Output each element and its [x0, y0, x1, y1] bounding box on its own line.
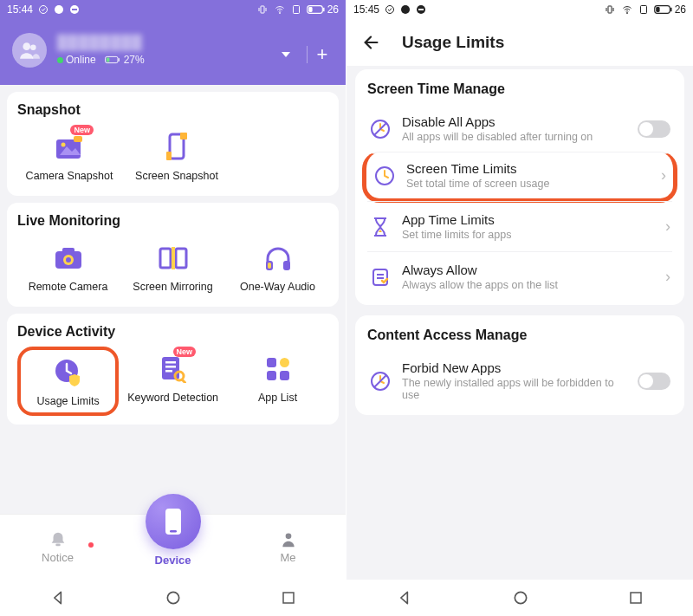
tile-label: Usage Limits — [36, 395, 99, 407]
svg-point-54 — [626, 13, 627, 14]
svg-rect-53 — [608, 6, 612, 13]
svg-rect-18 — [74, 136, 82, 142]
item-subtitle: The newly installed apps will be forbidd… — [402, 377, 627, 401]
svg-rect-8 — [323, 8, 324, 11]
nav-home-icon[interactable] — [512, 589, 529, 606]
avatar[interactable] — [12, 33, 47, 68]
tile-label: App List — [258, 392, 297, 404]
status-bar: 15:45 26 — [346, 0, 693, 19]
tile-remote-camera[interactable]: Remote Camera — [17, 236, 119, 298]
mirror-icon — [156, 241, 191, 276]
tab-label: Me — [280, 551, 295, 564]
svg-rect-45 — [170, 530, 177, 533]
svg-rect-30 — [283, 261, 290, 270]
vibrate-icon — [604, 4, 616, 15]
nav-recent-icon[interactable] — [628, 590, 644, 606]
item-subtitle: Always allow the apps on the list — [402, 279, 651, 291]
svg-point-17 — [62, 143, 66, 147]
group-content-access-manage: Content Access Manage Forbid New Apps Th… — [355, 315, 684, 415]
svg-point-47 — [168, 592, 179, 603]
screencap-icon — [159, 130, 194, 165]
svg-rect-9 — [308, 7, 312, 12]
battery-icon: 26 — [654, 3, 686, 16]
svg-rect-58 — [656, 7, 659, 12]
group-heading: Content Access Manage — [367, 327, 672, 343]
item-subtitle: Set time limits for apps — [402, 229, 651, 241]
android-nav-bar — [0, 580, 346, 616]
chevron-right-icon: › — [665, 268, 670, 286]
svg-rect-34 — [165, 361, 176, 364]
nav-recent-icon[interactable] — [281, 590, 296, 606]
clock-icon — [373, 165, 396, 187]
person-icon — [280, 530, 297, 549]
section-title: Live Monitoring — [17, 213, 328, 229]
device-name: ████████ — [57, 35, 145, 50]
tile-app-list[interactable]: App List — [227, 347, 328, 416]
toggle-switch[interactable] — [638, 120, 670, 138]
svg-rect-33 — [162, 357, 179, 379]
tile-one-way-audio[interactable]: One-Way Audio — [227, 236, 328, 298]
sim-icon — [638, 4, 649, 15]
tab-notice[interactable]: Notice — [2, 530, 114, 564]
battery-value: 26 — [675, 3, 686, 16]
svg-line-38 — [182, 379, 185, 383]
status-dnd-icon — [69, 4, 80, 15]
group-heading: Screen Time Manage — [367, 81, 672, 97]
item-always-allow[interactable]: Always Allow Always allow the apps on th… — [367, 251, 672, 302]
svg-rect-28 — [172, 247, 175, 269]
svg-point-65 — [515, 592, 526, 603]
tile-screen-snapshot[interactable]: Screen Snapshot — [125, 125, 229, 187]
notification-dot — [88, 542, 94, 548]
item-title: Always Allow — [402, 263, 651, 277]
svg-rect-3 — [72, 9, 77, 10]
item-screen-time-limits[interactable]: Screen Time Limits Set total time of scr… — [362, 152, 677, 203]
tile-label: Screen Snapshot — [135, 170, 218, 182]
checklist-icon — [369, 266, 392, 289]
svg-rect-31 — [268, 263, 271, 269]
content-scroll: Snapshot New Camera Snapshot Screen Snap… — [0, 85, 346, 514]
screen-device-home: 15:44 26 — [0, 0, 346, 616]
toggle-switch[interactable] — [638, 373, 670, 390]
tile-label: Keyword Detection — [127, 392, 218, 404]
section-title: Snapshot — [17, 102, 328, 118]
svg-rect-20 — [166, 152, 172, 160]
status-user-icon — [400, 4, 411, 15]
item-forbid-new-apps[interactable]: Forbid New Apps The newly installed apps… — [367, 350, 672, 412]
tile-keyword-detection[interactable]: New Keyword Detection — [122, 347, 223, 416]
nav-home-icon[interactable] — [165, 589, 182, 606]
nav-back-icon[interactable] — [396, 589, 413, 606]
svg-rect-13 — [118, 58, 119, 62]
tab-me[interactable]: Me — [232, 530, 345, 564]
svg-point-5 — [279, 13, 280, 14]
section-snapshot: Snapshot New Camera Snapshot Screen Snap… — [7, 92, 339, 196]
back-button[interactable] — [362, 33, 381, 52]
tile-screen-mirroring[interactable]: Screen Mirroring — [122, 236, 223, 298]
svg-rect-14 — [106, 58, 109, 62]
new-badge: New — [70, 125, 94, 135]
wifi-icon — [621, 4, 633, 15]
battery-icon: 26 — [307, 3, 339, 16]
tile-camera-snapshot[interactable]: New Camera Snapshot — [17, 125, 121, 187]
item-disable-all-apps[interactable]: Disable All Apps All apps will be disabl… — [367, 104, 672, 153]
clock-slash-icon — [369, 370, 392, 392]
camera-icon — [51, 241, 86, 276]
grid-icon — [261, 352, 295, 386]
svg-rect-4 — [261, 6, 264, 13]
nav-back-icon[interactable] — [49, 589, 67, 606]
status-time: 15:45 — [353, 3, 379, 16]
svg-rect-35 — [165, 366, 176, 368]
device-fab[interactable] — [146, 494, 201, 549]
header-dropdown[interactable] — [281, 50, 307, 59]
bell-icon — [49, 530, 68, 549]
svg-rect-55 — [640, 6, 646, 14]
svg-rect-41 — [267, 371, 276, 380]
item-app-time-limits[interactable]: App Time Limits Set time limits for apps… — [367, 201, 672, 251]
page-title: Usage Limits — [402, 33, 504, 52]
item-title: Forbid New Apps — [402, 360, 627, 375]
tile-usage-limits[interactable]: Usage Limits — [17, 347, 119, 416]
tab-device[interactable]: Device — [117, 528, 230, 567]
tile-label: Camera Snapshot — [26, 170, 113, 182]
add-device-button[interactable]: + — [308, 43, 337, 66]
svg-point-0 — [40, 6, 48, 14]
tile-label: Remote Camera — [29, 281, 108, 293]
